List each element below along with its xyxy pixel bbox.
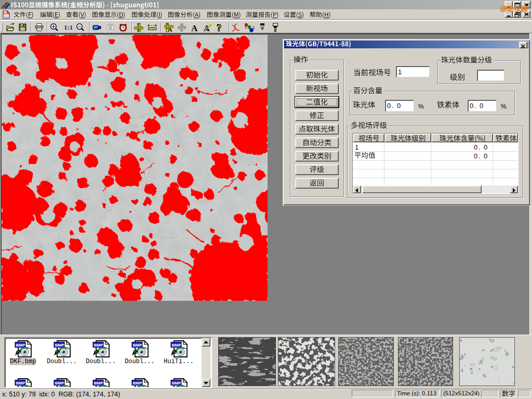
svg-text:?: ? — [217, 23, 222, 32]
svg-text:BMP: BMP — [94, 343, 103, 348]
svg-text:2: 2 — [248, 25, 250, 29]
svg-text:3: 3 — [252, 26, 255, 30]
svg-text:E: E — [138, 29, 140, 32]
svg-text:BMP: BMP — [16, 381, 25, 385]
svg-text:E: E — [167, 23, 168, 25]
svg-text:BMP: BMP — [55, 343, 64, 348]
svg-text:BMP: BMP — [172, 381, 181, 385]
svg-text:BMP: BMP — [133, 381, 142, 385]
svg-text:DOC: DOC — [4, 12, 10, 15]
svg-text:BMP: BMP — [16, 343, 25, 348]
svg-text:BMP: BMP — [133, 343, 142, 348]
svg-text:1: 1 — [245, 25, 247, 29]
svg-text:A: A — [204, 24, 210, 33]
svg-text:BMP: BMP — [172, 343, 181, 348]
svg-text:A: A — [168, 26, 172, 33]
svg-text:BMP: BMP — [94, 381, 103, 385]
svg-text:1:1: 1:1 — [64, 23, 73, 31]
svg-text:BMP: BMP — [55, 381, 64, 385]
svg-text:E: E — [138, 23, 140, 26]
svg-text:A: A — [191, 23, 198, 33]
